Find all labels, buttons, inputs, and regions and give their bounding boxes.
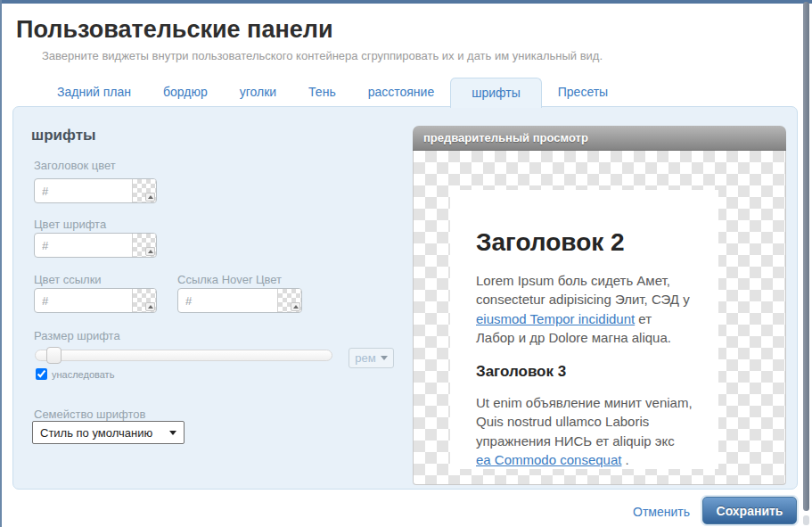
window-top-border [0,0,812,4]
chevron-down-icon [381,356,388,360]
font-size-label: Размер шрифта [34,329,120,342]
preview-heading-3: Заголовок 3 [476,363,693,381]
preview-transparency-area: Заголовок 2 Lorem Ipsum боль сидеть Амет… [413,151,786,485]
tab-border[interactable]: бордюр [147,78,224,107]
preview-panel: предварительный просмотр Заголовок 2 Lor… [413,126,786,486]
swatch-spinner-icon[interactable] [291,302,300,311]
link-color-label: Цвет ссылки [34,273,102,286]
swatch-spinner-icon[interactable] [145,247,155,256]
preview-paragraph-1: Lorem Ipsum боль сидеть Амет, consectetu… [476,271,693,347]
save-button[interactable]: Сохранить [702,497,797,524]
heading-color-swatch[interactable] [132,179,156,202]
font-family-label: Семейство шрифтов [34,408,145,421]
cancel-link[interactable]: Отменить [633,505,690,519]
link-color-input[interactable] [35,289,132,312]
link-hover-color-group [177,288,302,313]
window-left-border [0,0,2,527]
tab-shadow[interactable]: Тень [292,78,352,107]
preview-content-card: Заголовок 2 Lorem Ipsum боль сидеть Амет… [450,190,718,469]
link-color-swatch[interactable] [132,289,156,312]
heading-color-input[interactable] [35,179,132,202]
tab-bar: Задний план бордюр уголки Тень расстояни… [41,78,624,107]
preview-paragraph-2: Ut enim объявление минит veniam, Quis no… [476,393,693,469]
font-color-label: Цвет шрифта [34,218,106,231]
heading-color-label: Заголовок цвет [34,159,116,172]
preview-heading-2: Заголовок 2 [476,228,693,257]
page-title: Пользовательские панели [16,16,333,44]
tab-background[interactable]: Задний план [41,78,147,107]
swatch-spinner-icon[interactable] [145,302,155,311]
tab-corners[interactable]: уголки [224,78,292,107]
font-family-select[interactable]: Стиль по умолчанию [32,421,185,444]
heading-color-group [34,178,157,203]
inherit-row: унаследовать [36,368,114,380]
font-size-slider-track[interactable] [35,350,332,361]
font-size-slider-handle[interactable] [46,347,62,364]
preview-link-1[interactable]: eiusmod Tempor incididunt [476,311,635,326]
link-hover-color-swatch[interactable] [277,289,301,312]
page-subtitle: Заверните виджеты внутри пользовательско… [42,49,603,62]
tab-fonts-active[interactable]: шрифты [450,78,542,108]
font-color-input[interactable] [35,234,132,257]
tab-spacing[interactable]: расстояние [352,78,451,107]
font-size-unit-select[interactable]: рем [349,348,394,368]
link-hover-color-label: Ссылка Hover Цвет [177,273,282,286]
paragraph-text: . [621,452,628,467]
paragraph-text: Ut enim объявление минит veniam, Quis no… [476,395,693,449]
font-color-group [34,233,157,258]
fonts-settings-panel: шрифты Заголовок цвет Цвет шрифта Цвет с… [12,106,798,490]
panel-heading: шрифты [31,127,96,144]
chevron-down-icon [169,431,176,435]
preview-link-2[interactable]: ea Commodo consequat [476,452,621,467]
tab-presets[interactable]: Пресеты [542,78,624,107]
scrollbar-track-end[interactable] [803,515,809,525]
inherit-checkbox[interactable] [36,368,47,380]
inherit-label[interactable]: унаследовать [52,369,114,380]
paragraph-text: Lorem Ipsum боль сидеть Амет, consectetu… [476,273,690,307]
font-family-selected-value: Стиль по умолчанию [40,426,152,440]
swatch-spinner-icon[interactable] [145,193,155,202]
font-size-unit-value: рем [355,351,375,365]
font-color-swatch[interactable] [132,234,156,257]
preview-header: предварительный просмотр [413,126,786,151]
link-color-group [34,288,157,313]
scrollbar-thumb[interactable] [803,2,809,511]
link-hover-color-input[interactable] [178,289,277,312]
